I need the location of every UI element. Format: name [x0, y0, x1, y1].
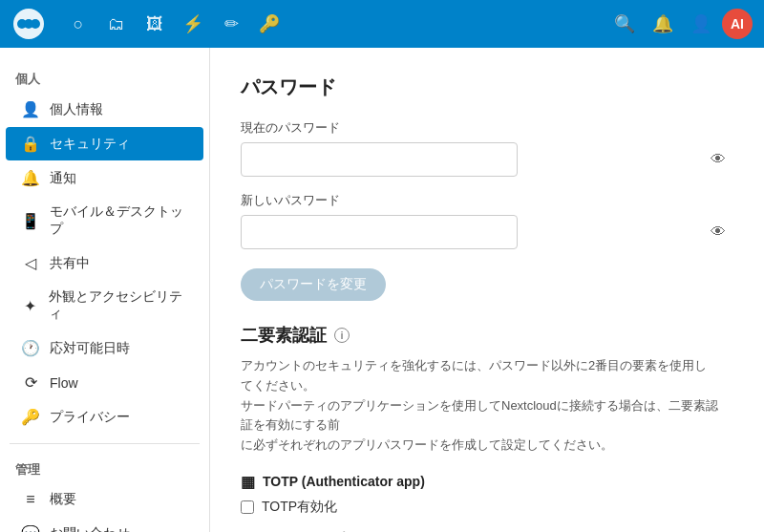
new-password-eye-icon[interactable]: 👁: [711, 223, 726, 241]
totp-checkbox[interactable]: [241, 500, 254, 514]
sidebar-item-overview[interactable]: ≡ 概要: [6, 483, 203, 516]
sidebar-item-availability[interactable]: 🕐 応対可能日時: [6, 331, 203, 365]
photo-nav-icon[interactable]: 🖼: [138, 7, 172, 41]
sidebar-item-label: お問い合わせ: [50, 525, 130, 533]
totp-grid-icon: ▦: [241, 473, 255, 491]
totp-checkbox-label: TOTP有効化: [262, 499, 337, 516]
sidebar-item-label: 個人情報: [50, 101, 103, 118]
sidebar: 個人 👤 個人情報 🔒 セキュリティ 🔔 通知 📱 モバイル＆デスクトップ ◁ …: [0, 48, 210, 532]
sidebar-personal-heading: 個人: [0, 63, 209, 92]
info-icon[interactable]: i: [334, 328, 350, 343]
mobile-icon: 📱: [21, 212, 40, 230]
sidebar-item-sharing[interactable]: ◁ 共有中: [6, 246, 203, 280]
current-password-eye-icon[interactable]: 👁: [711, 151, 726, 168]
current-password-input[interactable]: [241, 142, 518, 177]
share-icon: ◁: [21, 254, 40, 272]
notification-button[interactable]: 🔔: [646, 7, 680, 41]
circle-nav-icon[interactable]: ○: [61, 7, 96, 41]
key-nav-icon[interactable]: 🔑: [252, 7, 286, 41]
totp-checkbox-row: TOTP有効化: [241, 499, 733, 516]
contacts-button[interactable]: 👤: [684, 7, 718, 41]
sidebar-item-label: モバイル＆デスクトップ: [50, 203, 188, 238]
overview-icon: ≡: [21, 491, 40, 508]
avatar[interactable]: AI: [722, 9, 753, 39]
sidebar-item-label: 共有中: [50, 255, 90, 272]
change-password-button[interactable]: パスワードを変更: [241, 268, 386, 301]
sidebar-item-label: 概要: [50, 491, 76, 508]
new-password-input[interactable]: [241, 215, 518, 249]
svg-point-3: [24, 19, 33, 29]
sidebar-item-label: 通知: [50, 170, 76, 187]
sidebar-item-security[interactable]: 🔒 セキュリティ: [6, 127, 203, 160]
sidebar-item-label: プライバシー: [50, 409, 130, 426]
current-password-label: 現在のパスワード: [241, 119, 733, 137]
app-logo[interactable]: [11, 7, 46, 41]
nav-icons: ○ 🗂 🖼 ⚡ ✏ 🔑: [61, 7, 600, 41]
two-factor-title-text: 二要素認証: [241, 324, 327, 347]
sidebar-item-appearance[interactable]: ✦ 外観とアクセシビリティ: [6, 281, 203, 330]
new-password-wrapper: 👁: [241, 215, 733, 249]
pencil-nav-icon[interactable]: ✏: [214, 7, 248, 41]
totp-section-title: ▦ TOTP (Authenticator app): [241, 473, 733, 491]
main-content: パスワード 現在のパスワード 👁 新しいパスワード 👁 パスワードを変更 二要素…: [210, 48, 764, 532]
bell-icon: 🔔: [21, 169, 40, 187]
chat-icon: 💬: [21, 524, 40, 532]
sidebar-item-personal-info[interactable]: 👤 個人情報: [6, 93, 203, 126]
privacy-icon: 🔑: [21, 408, 40, 426]
search-button[interactable]: 🔍: [607, 7, 642, 41]
sidebar-item-flow[interactable]: ⟳ Flow: [6, 366, 203, 399]
sidebar-item-notifications[interactable]: 🔔 通知: [6, 161, 203, 195]
sidebar-divider: [10, 443, 200, 444]
sidebar-item-mobile[interactable]: 📱 モバイル＆デスクトップ: [6, 196, 203, 245]
sidebar-item-label: 外観とアクセシビリティ: [49, 288, 188, 323]
person-icon: 👤: [21, 100, 40, 118]
lock-icon: 🔒: [21, 135, 40, 153]
sidebar-admin-heading: 管理: [0, 454, 209, 482]
sidebar-item-label: Flow: [50, 375, 78, 391]
two-factor-description: アカウントのセキュリティを強化するには、パスワード以外に2番目の要素を使用してく…: [241, 356, 718, 456]
sidebar-item-label: 応対可能日時: [50, 340, 130, 357]
sidebar-item-contact[interactable]: 💬 お問い合わせ: [6, 517, 203, 532]
topnav-right-actions: 🔍 🔔 👤 AI: [607, 7, 753, 41]
appearance-icon: ✦: [21, 297, 39, 315]
totp-title-text: TOTP (Authenticator app): [263, 474, 425, 489]
main-layout: 個人 👤 個人情報 🔒 セキュリティ 🔔 通知 📱 モバイル＆デスクトップ ◁ …: [0, 48, 764, 532]
sidebar-item-privacy[interactable]: 🔑 プライバシー: [6, 400, 203, 434]
flow-icon: ⟳: [21, 373, 40, 392]
folder-nav-icon[interactable]: 🗂: [99, 7, 134, 41]
password-section-title: パスワード: [241, 74, 733, 100]
clock-icon: 🕐: [21, 339, 40, 357]
top-navigation: ○ 🗂 🖼 ⚡ ✏ 🔑 🔍 🔔 👤 AI: [0, 0, 764, 48]
new-password-label: 新しいパスワード: [241, 192, 733, 209]
activity-nav-icon[interactable]: ⚡: [176, 7, 210, 41]
sidebar-item-label: セキュリティ: [50, 136, 130, 153]
current-password-wrapper: 👁: [241, 142, 733, 177]
two-factor-section-title: 二要素認証 i: [241, 324, 733, 347]
